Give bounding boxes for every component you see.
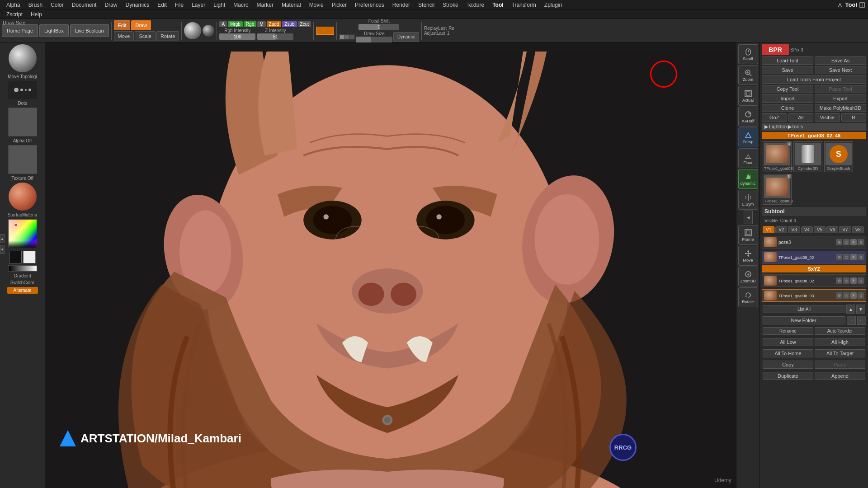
dynamic-btn[interactable]: dynamic — [738, 169, 758, 189]
z-intensity-slider[interactable]: Z Intensity 51 — [257, 28, 293, 40]
menu-stroke[interactable]: Stroke — [439, 1, 462, 9]
draw-mode-3[interactable] — [350, 35, 354, 39]
subtool-item-2[interactable]: TPose1_goat08_02 ⚙ ◎ 👁 S — [762, 274, 866, 287]
subtool-item-1[interactable]: TPose1_goat08_02 ⚙ ◎ 👁 S — [762, 251, 866, 263]
replay-last-label[interactable]: ReplayLast — [424, 26, 447, 31]
color-indicator[interactable] — [316, 27, 334, 35]
re-label[interactable]: Re — [448, 26, 454, 31]
menu-picker[interactable]: Picker — [328, 1, 350, 9]
menu-file[interactable]: File — [171, 1, 187, 9]
st1-icon4[interactable]: S — [858, 254, 864, 260]
color-picker[interactable] — [8, 219, 37, 248]
all-to-target-button[interactable]: All To Target — [815, 349, 865, 357]
st2-icon4[interactable]: S — [858, 277, 864, 284]
bpr-button[interactable]: BPR — [762, 44, 789, 55]
zoom3d-button[interactable]: Zoom3D — [738, 267, 758, 286]
menu-material[interactable]: Material — [278, 1, 305, 9]
all-high-button[interactable]: All High — [815, 338, 865, 346]
menu-macro[interactable]: Macro — [230, 1, 252, 9]
menu-zplugin[interactable]: Zplugin — [541, 1, 566, 9]
tool-thumb-4[interactable]: 3 TPose1_goat08 — [763, 174, 792, 205]
make-polymesh3d-button[interactable]: Make PolyMesh3D — [815, 104, 866, 112]
poze3-icon1[interactable]: ⚙ — [836, 239, 842, 245]
adjust-last-label[interactable]: AdjustLast — [424, 31, 445, 36]
draw-button[interactable]: Draw — [131, 20, 151, 30]
save-next-button[interactable]: Save Next — [815, 66, 866, 74]
st1-icon1[interactable]: ⚙ — [836, 254, 842, 260]
rgb-pill[interactable]: Rgb — [244, 21, 256, 27]
collapse-arrow[interactable]: ◀ — [744, 211, 753, 224]
alpha-preview[interactable] — [8, 108, 37, 136]
draw-size-slider[interactable]: Draw Size — [356, 31, 392, 43]
menu-tool[interactable]: Tool — [489, 1, 507, 9]
all-low-button[interactable]: All Low — [763, 338, 813, 346]
st3-icon1[interactable]: ⚙ — [836, 292, 842, 299]
dots-preview[interactable] — [8, 81, 37, 99]
v4-tab[interactable]: V4 — [801, 226, 813, 233]
scale-button[interactable]: Scale — [135, 31, 156, 41]
export-button[interactable]: Export — [815, 94, 866, 103]
menu-marker[interactable]: Marker — [253, 1, 277, 9]
v2-tab[interactable]: V2 — [775, 226, 787, 233]
focal-shift-slider[interactable]: Focal Shift 0 — [339, 19, 419, 30]
tool-thumb-simplebrush[interactable]: S SimpleBrush — [824, 141, 853, 172]
folder-right-arrow[interactable]: → — [847, 316, 856, 325]
draw-mode-1[interactable] — [340, 35, 344, 39]
m-pill[interactable]: M — [257, 21, 265, 27]
poze3-icon2[interactable]: ◎ — [843, 239, 849, 245]
zoom-button[interactable]: Zoom — [738, 65, 758, 85]
save-button[interactable]: Save — [762, 66, 813, 74]
import-button[interactable]: Import — [762, 94, 813, 103]
a-pill[interactable]: A — [219, 21, 227, 27]
copy-button[interactable]: Copy — [763, 361, 813, 369]
st2-eye-icon[interactable]: 👁 — [850, 277, 857, 284]
st1-icon2[interactable]: ◎ — [843, 254, 849, 260]
move-button[interactable]: Move — [114, 31, 134, 41]
menu-alpha[interactable]: Alpha — [3, 1, 24, 9]
list-down-arrow[interactable]: ▼ — [856, 305, 865, 314]
subtool-item-3[interactable]: TPose1_goat08_03 ⚙ ◎ 👁 S — [762, 289, 866, 302]
list-all-button[interactable]: List All — [763, 305, 845, 313]
draw-mode-2[interactable] — [345, 35, 349, 39]
menu-edit[interactable]: Edit — [154, 1, 170, 9]
tool-thumb-1[interactable]: 3 TPose1_goat08 — [763, 141, 792, 172]
zcut-pill[interactable]: Zcut — [298, 21, 311, 27]
lightbox-button[interactable]: LightBox — [39, 24, 69, 37]
menu-render[interactable]: Render — [389, 1, 414, 9]
v8-tab[interactable]: V8 — [852, 226, 864, 233]
material-sphere-small[interactable] — [203, 25, 214, 37]
edit-button[interactable]: Edit — [114, 20, 131, 30]
home-page-button[interactable]: Home Page — [2, 24, 38, 37]
rename-button[interactable]: Rename — [763, 327, 813, 335]
actual-button[interactable]: Actual — [738, 86, 758, 106]
clone-button[interactable]: Clone — [762, 104, 813, 112]
menu-texture[interactable]: Texture — [463, 1, 488, 9]
subtool-poze3[interactable]: poze3 ⚙ ◎ 👁 S — [762, 236, 866, 249]
rgb-intensity-slider[interactable]: Rgb Intensity 100 — [219, 28, 255, 40]
st3-icon2[interactable]: ◎ — [843, 292, 849, 299]
frame-button[interactable]: Frame — [738, 225, 758, 245]
menu-help[interactable]: Help — [27, 10, 46, 19]
all-to-home-button[interactable]: All To Home — [763, 349, 813, 357]
menu-brush[interactable]: Brush — [25, 1, 46, 9]
menu-zscript[interactable]: Zscript — [3, 10, 26, 19]
rotate-button[interactable]: Rotate — [156, 31, 179, 41]
folder-left-arrow[interactable]: ← — [857, 316, 866, 325]
brush-sphere[interactable] — [184, 22, 201, 39]
r-button[interactable]: R — [841, 113, 867, 122]
visible-button[interactable]: Visible — [815, 113, 840, 122]
brush-preview-sphere[interactable] — [9, 44, 37, 72]
menu-color[interactable]: Color — [47, 1, 67, 9]
st2-icon2[interactable]: ◎ — [843, 277, 849, 284]
gradient-preview[interactable] — [8, 265, 37, 272]
persp-button[interactable]: Persp — [738, 127, 758, 147]
paste-button[interactable]: Paste — [815, 361, 865, 369]
menu-preferences[interactable]: Preferences — [351, 1, 388, 9]
move-3d-button[interactable]: Move — [738, 246, 758, 266]
rotate-3d-button[interactable]: Rotate — [738, 287, 758, 307]
menu-transform[interactable]: Transform — [508, 1, 540, 9]
foreground-color[interactable] — [9, 251, 22, 263]
zsub-pill[interactable]: Zsub — [282, 21, 297, 27]
scroll-button[interactable]: Scroll — [738, 44, 758, 64]
menu-document[interactable]: Document — [68, 1, 100, 9]
